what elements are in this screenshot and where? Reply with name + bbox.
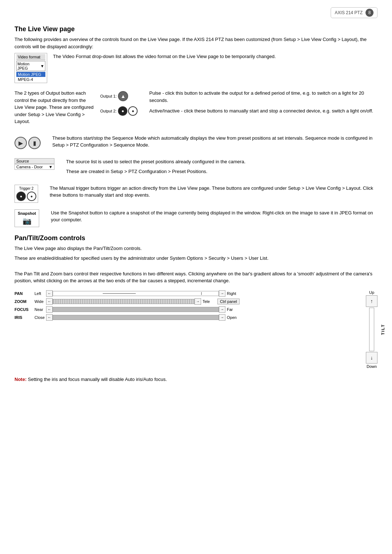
ptz-desc3: The Pan Tilt and Zoom bars control their… xyxy=(15,270,377,284)
note-label: Note: xyxy=(15,377,26,382)
source-list-block: Source Camera - Door ▼ The source list i… xyxy=(15,158,377,178)
ptz-section: Pan/Tilt/Zoom controls The Live View pag… xyxy=(15,234,377,369)
trigger-label: Trigger 2 xyxy=(16,186,36,190)
focus-right-label: Far xyxy=(227,307,240,312)
source-dropdown-arrow[interactable]: ▼ xyxy=(49,165,53,169)
source-title: Source xyxy=(15,159,54,164)
video-format-block: Video format Motion JPEG ▼ Motion JPEG M… xyxy=(15,53,377,83)
output-left-text: The 2 types of Output button each contro… xyxy=(15,90,94,128)
page-number: 8 xyxy=(366,9,373,17)
tilt-down-button[interactable]: ↓ xyxy=(366,352,377,364)
vf-dropdown[interactable]: Motion JPEG ▼ xyxy=(16,61,45,71)
iris-left-arrow[interactable]: ← xyxy=(46,314,53,321)
focus-sublabel: Near xyxy=(34,307,46,312)
live-view-section: The Live View page The following provide… xyxy=(15,25,377,227)
iris-sublabel: Close xyxy=(34,315,46,320)
trigger-description: The Manual trigger buttons trigger an ac… xyxy=(50,185,377,202)
pan-right-label: Right xyxy=(227,291,240,296)
page-header: AXIS 214 PTZ 8 xyxy=(331,7,377,18)
output-icons: Output 1: ▲ Output 2: ● ● xyxy=(100,91,138,116)
trigger-inactive-button[interactable]: ● xyxy=(27,192,36,201)
note-block: Note: Setting the iris and focus manuall… xyxy=(15,376,377,383)
tilt-container: TILT xyxy=(369,307,374,352)
note-body: Setting the iris and focus manually will… xyxy=(28,377,167,382)
tilt-up-label: Up xyxy=(369,290,374,295)
source-description: The source list is used to select the pr… xyxy=(66,158,245,178)
vf-selected-option[interactable]: Motion JPEG xyxy=(16,72,45,77)
output2-icon: Output 2: ● ● xyxy=(100,106,138,116)
ptz-desc1: The Live View page also displays the Pan… xyxy=(15,245,377,252)
source-value: Camera - Door xyxy=(16,165,43,169)
sequence-stop-button[interactable]: ▮ xyxy=(28,137,41,149)
pan-right-arrow[interactable]: → xyxy=(219,290,225,297)
ptz-controls-area: PAN Left ← → Right ZOOM Wide ← → Tele Ct xyxy=(15,290,377,369)
pan-left-arrow[interactable]: ← xyxy=(46,290,53,297)
zoom-left-arrow[interactable]: ← xyxy=(46,298,53,305)
product-name: AXIS 214 PTZ xyxy=(335,10,363,15)
source-dropdown[interactable]: Camera - Door ▼ xyxy=(15,164,54,169)
output-buttons-block: The 2 types of Output button each contro… xyxy=(15,90,377,128)
snapshot-label: Snapshot xyxy=(18,211,36,216)
tilt-bar[interactable] xyxy=(369,308,374,351)
live-view-intro: The following provides an overview of th… xyxy=(15,36,377,50)
pan-row: PAN Left ← → Right xyxy=(15,290,240,297)
focus-bar[interactable] xyxy=(53,307,219,312)
live-view-title: The Live View page xyxy=(15,25,377,33)
focus-row: FOCUS Near ← → Far xyxy=(15,306,240,313)
output1-button[interactable]: ▲ xyxy=(118,91,128,101)
output-descriptions: Pulse - click this button to activate th… xyxy=(149,90,377,118)
focus-right-arrow[interactable]: → xyxy=(219,306,225,313)
output2-description: Active/Inactive - click these buttons to… xyxy=(149,107,377,115)
source-widget[interactable]: Source Camera - Door ▼ xyxy=(15,158,54,170)
iris-row: IRIS Close ← → Open xyxy=(15,314,240,321)
vf-title: Video format xyxy=(16,54,45,60)
focus-left-arrow[interactable]: ← xyxy=(46,306,53,313)
iris-right-label: Open xyxy=(227,315,240,320)
pan-sublabel: Left xyxy=(34,291,46,296)
sequence-description: These buttons start/stop the Sequence Mo… xyxy=(52,135,377,152)
output2-label: Output 2: xyxy=(100,109,117,113)
output1-desc: Pulse - click this button to activate th… xyxy=(149,90,364,103)
focus-label: FOCUS xyxy=(15,307,34,312)
vf-dropdown-value: Motion JPEG xyxy=(17,62,40,70)
snapshot-description: Use the Snapshot button to capture a sna… xyxy=(51,209,377,226)
snapshot-block: Snapshot 📷 Use the Snapshot button to ca… xyxy=(15,209,377,227)
manual-trigger-block: Trigger 2 ● ● The Manual trigger buttons… xyxy=(15,185,377,203)
iris-label: IRIS xyxy=(15,315,34,320)
trigger-active-button[interactable]: ● xyxy=(16,192,26,201)
output1-icon: Output 1: ▲ xyxy=(100,91,138,101)
tilt-bar-area: Up ↑ TILT ↓ Down xyxy=(366,290,377,369)
snapshot-icon[interactable]: 📷 xyxy=(18,217,36,225)
output2-desc: Active/Inactive - click these buttons to… xyxy=(149,108,373,114)
tilt-up-button[interactable]: ↑ xyxy=(366,295,377,307)
iris-right-arrow[interactable]: → xyxy=(219,314,225,321)
zoom-bar[interactable] xyxy=(53,299,195,304)
output1-description: Pulse - click this button to activate th… xyxy=(149,90,377,104)
ptz-desc2: These are enabled/disabled for specified… xyxy=(15,255,377,262)
ctrl-panel-button[interactable]: Ctrl panel xyxy=(217,299,240,304)
trigger-widget: Trigger 2 ● ● xyxy=(15,185,38,203)
zoom-row: ZOOM Wide ← → Tele Ctrl panel xyxy=(15,298,240,305)
iris-bar[interactable] xyxy=(53,315,219,320)
snapshot-widget[interactable]: Snapshot 📷 xyxy=(15,209,39,227)
sequence-start-button[interactable]: ▶ xyxy=(15,137,27,149)
vf-description: The Video Format drop-down list allows t… xyxy=(53,53,377,63)
sequence-mode-block: ▶ ▮ These buttons start/stop the Sequenc… xyxy=(15,135,377,152)
vf-dropdown-arrow[interactable]: ▼ xyxy=(40,64,44,68)
vf-option-mpeg4[interactable]: MPEG-4 xyxy=(16,77,45,82)
sequence-mode-buttons: ▶ ▮ xyxy=(15,137,41,149)
tilt-down-label: Down xyxy=(367,364,377,369)
video-format-widget[interactable]: Video format Motion JPEG ▼ Motion JPEG M… xyxy=(15,53,47,83)
output1-label: Output 1: xyxy=(100,94,117,98)
ptz-title: Pan/Tilt/Zoom controls xyxy=(15,234,377,242)
pan-label: PAN xyxy=(15,291,34,296)
zoom-right-arrow[interactable]: → xyxy=(195,298,201,305)
pan-bar[interactable] xyxy=(53,291,219,296)
ptz-bars: PAN Left ← → Right ZOOM Wide ← → Tele Ct xyxy=(15,290,240,322)
output2-inactive-button[interactable]: ● xyxy=(128,106,138,116)
zoom-right-label: Tele xyxy=(203,299,215,304)
source-box[interactable]: Source Camera - Door ▼ xyxy=(15,158,54,170)
zoom-sublabel: Wide xyxy=(34,299,46,304)
zoom-label: ZOOM xyxy=(15,299,34,304)
output2-active-button[interactable]: ● xyxy=(118,106,127,116)
